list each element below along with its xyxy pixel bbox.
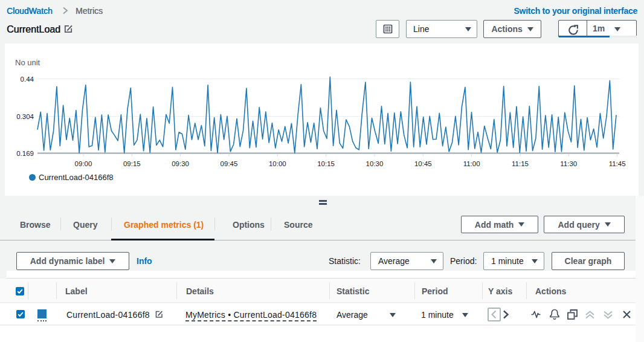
svg-text:CurrentLoad-04166f8: CurrentLoad-04166f8 bbox=[39, 173, 114, 182]
svg-text:09:45: 09:45 bbox=[221, 160, 238, 167]
svg-text:10:00: 10:00 bbox=[269, 160, 286, 167]
svg-text:11:00: 11:00 bbox=[463, 160, 480, 167]
svg-text:0.169: 0.169 bbox=[16, 150, 34, 157]
svg-text:10:30: 10:30 bbox=[366, 160, 384, 167]
svg-text:11:45: 11:45 bbox=[609, 160, 626, 167]
svg-text:11:15: 11:15 bbox=[512, 160, 529, 167]
svg-text:09:30: 09:30 bbox=[172, 160, 189, 167]
svg-text:09:15: 09:15 bbox=[123, 160, 141, 167]
svg-text:10:45: 10:45 bbox=[414, 160, 432, 167]
svg-text:10:15: 10:15 bbox=[317, 160, 335, 167]
svg-text:0.304: 0.304 bbox=[16, 113, 34, 120]
svg-text:No unit: No unit bbox=[15, 58, 40, 67]
svg-text:0.44: 0.44 bbox=[21, 76, 34, 83]
svg-text:09:00: 09:00 bbox=[75, 160, 92, 167]
svg-text:11:30: 11:30 bbox=[560, 160, 577, 167]
